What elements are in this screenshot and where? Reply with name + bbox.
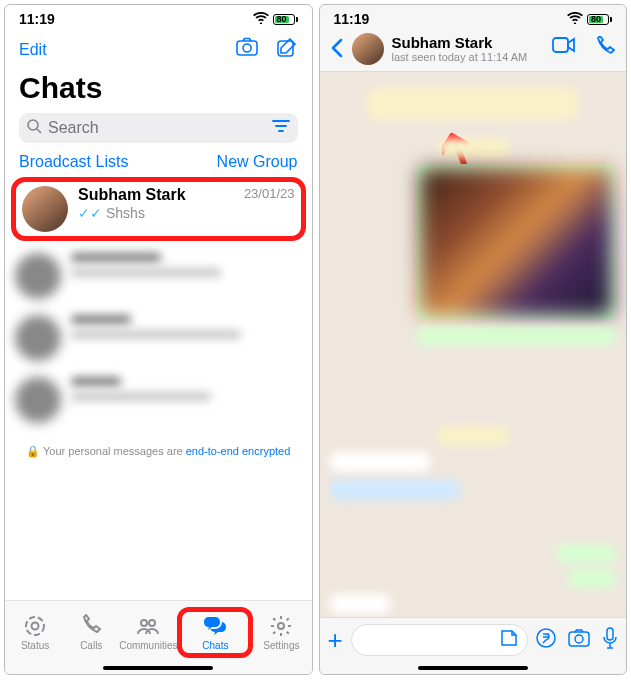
status-time: 11:19 [334, 11, 370, 27]
date-pill [438, 426, 508, 446]
filter-icon[interactable] [272, 119, 290, 137]
status-bar: 11:19 80 [5, 5, 312, 29]
tab-communities[interactable]: Communities [119, 614, 177, 651]
encryption-link[interactable]: end-to-end encrypted [186, 445, 291, 457]
outgoing-link-message[interactable] [416, 326, 616, 346]
encryption-notice: 🔒 Your personal messages are end-to-end … [5, 445, 312, 458]
svg-rect-9 [553, 38, 568, 52]
conversation-screen: 11:19 80 Subham Stark last seen today at… [319, 4, 628, 675]
conversation-body[interactable] [320, 72, 627, 617]
chat-name: Subham Stark [78, 186, 186, 204]
payment-icon[interactable] [536, 628, 556, 652]
svg-rect-13 [607, 628, 613, 640]
svg-point-1 [243, 44, 251, 52]
voice-call-icon[interactable] [594, 36, 616, 62]
compose-icon[interactable] [276, 37, 298, 63]
avatar [15, 253, 61, 299]
read-ticks-icon: ✓✓ [78, 205, 102, 221]
svg-point-12 [575, 635, 583, 643]
chat-row[interactable] [5, 307, 312, 369]
sticker-icon[interactable] [499, 628, 519, 652]
edit-button[interactable]: Edit [19, 41, 47, 59]
svg-rect-11 [569, 632, 589, 646]
page-title: Chats [5, 67, 312, 113]
new-group-link[interactable]: New Group [217, 153, 298, 171]
search-icon [27, 119, 42, 137]
outgoing-image-message[interactable] [416, 164, 616, 320]
wifi-icon [567, 12, 583, 27]
avatar [22, 186, 68, 232]
incoming-message[interactable] [330, 452, 430, 472]
chat-date: 23/01/23 [244, 186, 295, 204]
svg-point-7 [149, 620, 155, 626]
battery-icon: 80 [273, 14, 298, 25]
avatar [15, 377, 61, 423]
svg-rect-0 [237, 41, 257, 55]
incoming-message[interactable] [330, 594, 390, 614]
chat-preview: Shshs [106, 205, 145, 221]
svg-point-5 [32, 623, 39, 630]
contact-name: Subham Stark [392, 34, 545, 51]
lock-icon: 🔒 [26, 445, 40, 457]
search-input[interactable] [48, 119, 262, 137]
conversation-header: 11:19 80 Subham Stark last seen today at… [320, 5, 627, 72]
date-pill [438, 138, 508, 158]
camera-icon[interactable] [568, 629, 590, 651]
tab-bar: Status Calls Communities Chats Settings [5, 600, 312, 674]
video-call-icon[interactable] [552, 36, 576, 62]
chat-list: Subham Stark 23/01/23 ✓✓ Shshs 🔒 Your pe… [5, 177, 312, 600]
chat-row[interactable] [5, 245, 312, 307]
attach-button[interactable]: + [328, 625, 343, 656]
svg-point-10 [537, 629, 555, 647]
status-right: 80 [253, 12, 298, 27]
svg-point-4 [26, 617, 44, 635]
status-time: 11:19 [19, 11, 55, 27]
incoming-message[interactable] [330, 480, 460, 500]
camera-icon[interactable] [236, 37, 258, 63]
mic-icon[interactable] [602, 627, 618, 653]
last-seen: last seen today at 11:14 AM [392, 51, 545, 64]
contact-info[interactable]: Subham Stark last seen today at 11:14 AM [392, 34, 545, 64]
tab-status[interactable]: Status [7, 614, 63, 651]
svg-point-6 [141, 620, 147, 626]
broadcast-lists-link[interactable]: Broadcast Lists [19, 153, 128, 171]
home-indicator [103, 666, 213, 670]
tab-settings[interactable]: Settings [253, 614, 309, 651]
list-actions: Broadcast Lists New Group [5, 143, 312, 177]
outgoing-message[interactable] [556, 544, 616, 564]
home-indicator [418, 666, 528, 670]
svg-point-8 [278, 623, 284, 629]
outgoing-message[interactable] [568, 568, 616, 588]
avatar [15, 315, 61, 361]
chat-row[interactable] [5, 369, 312, 431]
wifi-icon [253, 12, 269, 27]
search-field[interactable] [19, 113, 298, 143]
chat-row-highlighted[interactable]: Subham Stark 23/01/23 ✓✓ Shshs [11, 177, 306, 241]
tab-chats-highlight: Chats [177, 607, 253, 658]
avatar[interactable] [352, 33, 384, 65]
encryption-pill [368, 88, 578, 120]
tab-chats[interactable]: Chats [186, 614, 244, 651]
tab-calls[interactable]: Calls [63, 614, 119, 651]
chats-header: Edit [5, 29, 312, 67]
battery-icon: 80 [587, 14, 612, 25]
svg-point-3 [28, 120, 38, 130]
chats-list-screen: 11:19 80 Edit Chats Br [4, 4, 313, 675]
back-button[interactable] [330, 38, 344, 61]
message-input[interactable] [351, 624, 528, 656]
